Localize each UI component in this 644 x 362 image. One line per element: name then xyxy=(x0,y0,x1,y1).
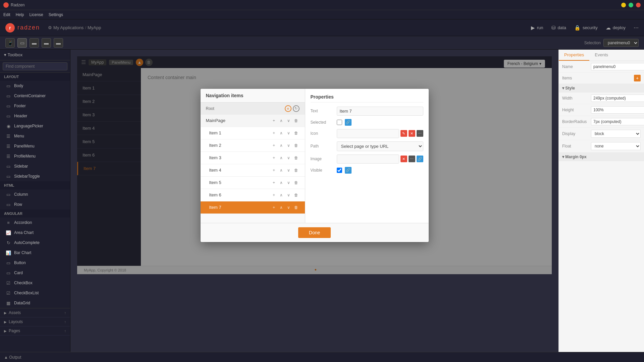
nav-row-item1[interactable]: Item 1 + ∧ ∨ 🗑 xyxy=(201,127,305,139)
breadcrumb-page[interactable]: MyApp xyxy=(88,25,101,30)
prop-image-clear-btn[interactable]: ✕ xyxy=(400,156,407,162)
run-button[interactable]: ▶ run xyxy=(531,25,543,31)
nav-up-btn-item4[interactable]: ∧ xyxy=(278,167,285,174)
prop-icon-input[interactable] xyxy=(337,129,399,138)
tool-body[interactable]: ▭Body xyxy=(0,81,70,91)
props-items-add-btn[interactable]: + xyxy=(634,75,641,81)
tool-footer[interactable]: ▭Footer xyxy=(0,101,70,111)
nav-row-item7[interactable]: Item 7 + ∧ ∨ 🗑 xyxy=(201,201,305,214)
nav-down-btn-item2[interactable]: ∨ xyxy=(285,142,292,149)
prop-image-link-btn[interactable]: 🔗 xyxy=(417,156,423,162)
props-width-input[interactable] xyxy=(591,95,644,102)
tool-sidebar[interactable]: ▭Sidebar xyxy=(0,161,70,171)
desktop-medium-btn[interactable]: ▬ xyxy=(42,38,51,48)
nav-add-btn-item6[interactable]: + xyxy=(271,192,277,198)
nav-add-btn-mainpage[interactable]: + xyxy=(271,117,277,124)
nav-add-btn-item1[interactable]: + xyxy=(271,130,277,136)
nav-row-item5[interactable]: Item 5 + ∧ ∨ 🗑 xyxy=(201,177,305,189)
nav-row-item6[interactable]: Item 6 + ∧ ∨ 🗑 xyxy=(201,189,305,201)
nav-delete-btn-item4[interactable]: 🗑 xyxy=(293,167,300,174)
nav-down-btn-item3[interactable]: ∨ xyxy=(285,155,292,161)
nav-add-btn-item4[interactable]: + xyxy=(271,167,277,174)
close-button[interactable] xyxy=(636,3,641,7)
props-border-radius-input[interactable] xyxy=(591,118,644,125)
tool-card[interactable]: ▭Card xyxy=(0,268,70,278)
more-button[interactable]: ··· xyxy=(634,24,639,31)
menu-license[interactable]: License xyxy=(29,12,43,17)
nav-delete-btn-item3[interactable]: 🗑 xyxy=(293,155,300,161)
nav-delete-btn-item5[interactable]: 🗑 xyxy=(293,179,300,186)
props-display-select[interactable]: block xyxy=(591,130,641,138)
tool-checkbox[interactable]: ☑CheckBox xyxy=(0,278,70,288)
nav-delete-btn-item1[interactable]: 🗑 xyxy=(293,130,300,136)
prop-path-select[interactable]: Select page or type URL xyxy=(337,141,423,151)
maximize-button[interactable] xyxy=(629,3,633,7)
output-toggle[interactable]: ▲ Output xyxy=(4,355,21,360)
nav-add-btn-item5[interactable]: + xyxy=(271,179,277,186)
tool-row[interactable]: ▭Row xyxy=(0,199,70,209)
nav-up-btn-item3[interactable]: ∧ xyxy=(278,155,285,161)
tablet-device-btn[interactable]: ▭ xyxy=(17,38,27,48)
deploy-button[interactable]: ☁ deploy xyxy=(606,25,626,31)
tool-column[interactable]: ▭Column xyxy=(0,189,70,199)
tool-profile-menu[interactable]: ☰ProfileMenu xyxy=(0,151,70,161)
prop-image-input[interactable] xyxy=(337,155,399,164)
nav-delete-btn-item6[interactable]: 🗑 xyxy=(293,192,300,198)
nav-down-btn-item1[interactable]: ∨ xyxy=(285,130,292,136)
layouts-section[interactable]: ▶ Layouts ↑ xyxy=(0,317,70,326)
desktop-small-btn[interactable]: ▬ xyxy=(30,38,39,48)
breadcrumb-app[interactable]: My Applications xyxy=(53,25,84,30)
desktop-large-btn[interactable]: ▬ xyxy=(54,38,63,48)
nav-delete-btn-mainpage[interactable]: 🗑 xyxy=(293,117,300,124)
nav-delete-btn-item7[interactable]: 🗑 xyxy=(293,204,300,211)
done-button[interactable]: Done xyxy=(298,227,331,238)
nav-add-btn-item3[interactable]: + xyxy=(271,155,277,161)
prop-selected-checkbox[interactable] xyxy=(337,120,342,125)
nav-up-btn-item7[interactable]: ∧ xyxy=(278,204,285,211)
minimize-button[interactable] xyxy=(621,3,626,7)
nav-up-btn-item5[interactable]: ∧ xyxy=(278,179,285,186)
tool-datagrid[interactable]: ▦DataGrid xyxy=(0,298,70,308)
nav-up-btn-item1[interactable]: ∧ xyxy=(278,130,285,136)
search-input[interactable] xyxy=(3,62,67,70)
pages-section[interactable]: ▶ Pages ↑ xyxy=(0,326,70,336)
nav-up-btn-mainpage[interactable]: ∧ xyxy=(278,117,285,124)
tool-sidebar-toggle[interactable]: ▭SidebarToggle xyxy=(0,171,70,181)
menu-help[interactable]: Help xyxy=(16,12,24,17)
tab-events[interactable]: Events xyxy=(589,50,613,61)
tool-bar-chart[interactable]: 📊Bar Chart xyxy=(0,248,70,258)
nav-down-btn-mainpage[interactable]: ∨ xyxy=(285,117,292,124)
nav-add-btn-item2[interactable]: + xyxy=(271,142,277,149)
nav-row-item3[interactable]: Item 3 + ∧ ∨ 🗑 xyxy=(201,152,305,164)
selection-dropdown[interactable]: panelmenu0 xyxy=(603,39,639,47)
nav-row-item2[interactable]: Item 2 + ∧ ∨ 🗑 xyxy=(201,139,305,152)
tool-language-picker[interactable]: ◉LanguagePicker xyxy=(0,121,70,131)
prop-text-input[interactable] xyxy=(337,107,423,116)
nav-down-btn-item4[interactable]: ∨ xyxy=(285,167,292,174)
menu-edit[interactable]: Edit xyxy=(3,12,10,17)
props-float-select[interactable]: none xyxy=(591,142,641,150)
props-name-input[interactable] xyxy=(591,63,644,70)
assets-section[interactable]: ▶ Assets ↑ xyxy=(0,308,70,317)
data-button[interactable]: ⛁ data xyxy=(551,25,566,31)
props-height-input[interactable] xyxy=(591,106,644,114)
prop-visible-checkbox[interactable] xyxy=(337,168,342,173)
nav-add-btn-item7[interactable]: + xyxy=(271,204,277,211)
nav-row-item4[interactable]: Item 4 + ∧ ∨ 🗑 xyxy=(201,164,305,177)
nav-down-btn-item5[interactable]: ∨ xyxy=(285,179,292,186)
menu-settings[interactable]: Settings xyxy=(49,12,63,17)
tool-autocomplete[interactable]: ↻AutoComplete xyxy=(0,238,70,248)
tool-content-container[interactable]: ▭ContentContainer xyxy=(0,91,70,101)
nav-down-btn-item7[interactable]: ∨ xyxy=(285,204,292,211)
tab-properties[interactable]: Properties xyxy=(559,50,589,61)
prop-icon-edit-btn[interactable]: ✎ xyxy=(400,130,407,137)
tool-accordion[interactable]: ≡Accordion xyxy=(0,218,70,228)
nav-up-btn-item2[interactable]: ∧ xyxy=(278,142,285,149)
tool-checkbox-list[interactable]: ☑CheckBoxList xyxy=(0,288,70,298)
tool-header[interactable]: ▭Header xyxy=(0,111,70,121)
nav-row-mainpage[interactable]: MainPage + ∧ ∨ 🗑 xyxy=(201,115,305,127)
prop-visible-link-btn[interactable]: 🔗 xyxy=(345,167,352,174)
nav-up-btn-item6[interactable]: ∧ xyxy=(278,192,285,198)
security-button[interactable]: 🔒 security xyxy=(574,25,598,31)
prop-icon-clear-btn[interactable]: ✕ xyxy=(409,130,415,137)
